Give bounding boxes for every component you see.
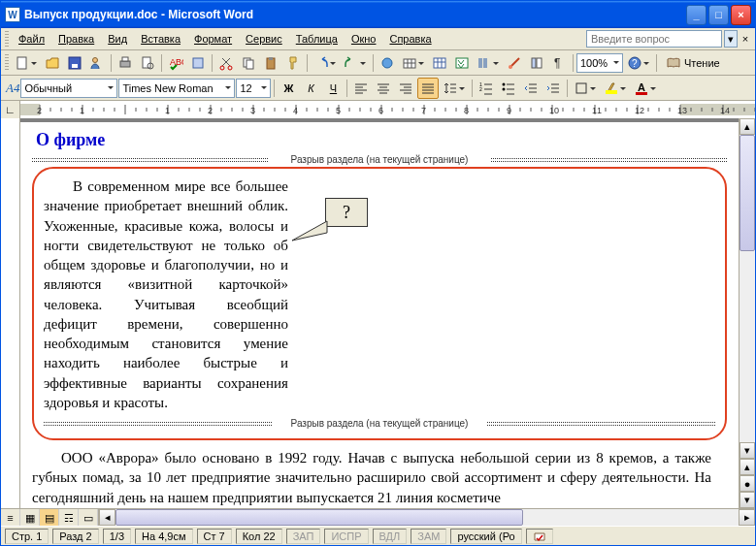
status-position[interactable]: На 4,9см [135, 529, 192, 544]
drawing-toolbar-button[interactable] [504, 52, 525, 74]
print-layout-view-button[interactable]: ▤ [40, 509, 59, 527]
font-color-button[interactable]: A [631, 78, 660, 99]
align-center-button[interactable] [373, 78, 394, 99]
status-line[interactable]: Ст 7 [197, 529, 232, 544]
underline-button[interactable]: Ч [322, 78, 344, 99]
insert-table-button[interactable] [429, 52, 450, 74]
vertical-scrollbar[interactable]: ▴ ▾ ▴ ● ▾ [739, 118, 755, 508]
undo-button[interactable] [311, 52, 340, 74]
menu-help[interactable]: Справка [383, 31, 437, 47]
menu-file[interactable]: Файл [13, 31, 50, 47]
reading-mode-button[interactable]: Чтение [660, 55, 726, 71]
align-left-button[interactable] [350, 78, 372, 99]
status-pagecount[interactable]: 1/3 [103, 529, 131, 544]
svg-text:2: 2 [208, 106, 213, 115]
toolbar-grip[interactable] [5, 54, 9, 72]
status-track[interactable]: ИСПР [324, 529, 368, 544]
status-spellcheck-icon[interactable] [526, 529, 553, 544]
menu-view[interactable]: Вид [102, 31, 133, 47]
help-search-input[interactable] [586, 30, 722, 48]
tables-borders-button[interactable] [399, 52, 428, 74]
decrease-indent-button[interactable] [520, 78, 542, 99]
research-button[interactable] [187, 52, 209, 74]
italic-button[interactable]: К [300, 78, 321, 99]
callout-annotation[interactable]: ? [325, 198, 368, 227]
web-view-button[interactable]: ▦ [20, 509, 40, 527]
vscroll-thumb[interactable] [740, 135, 755, 251]
copy-button[interactable] [238, 52, 259, 74]
vscroll-track[interactable] [740, 135, 755, 442]
browse-object-button[interactable]: ● [740, 475, 755, 492]
status-overtype[interactable]: ЗАМ [411, 529, 446, 544]
font-combo[interactable]: Times New Roman [118, 79, 235, 98]
menu-table[interactable]: Таблица [290, 31, 344, 47]
insert-worksheet-button[interactable] [451, 52, 473, 74]
permission-button[interactable] [86, 52, 108, 74]
scroll-left-button[interactable]: ◂ [99, 509, 115, 526]
hscroll-track[interactable] [115, 509, 739, 526]
doc-map-button[interactable] [526, 52, 547, 74]
styles-pane-button[interactable]: A4 [6, 80, 19, 96]
menu-tools[interactable]: Сервис [240, 31, 288, 47]
align-right-button[interactable] [395, 78, 416, 99]
titlebar[interactable]: W Выпуск продукции.doc - Microsoft Word … [1, 1, 755, 28]
help-button[interactable]: ? [624, 52, 653, 74]
callout-question-icon: ? [325, 198, 368, 227]
maximize-button[interactable]: □ [708, 5, 729, 25]
next-page-button[interactable]: ▾ [740, 492, 755, 508]
status-section[interactable]: Разд 2 [52, 529, 98, 544]
outline-view-button[interactable]: ☶ [59, 509, 79, 527]
redo-button[interactable] [341, 52, 370, 74]
format-painter-button[interactable] [282, 52, 304, 74]
font-size-combo[interactable]: 12 [236, 79, 271, 98]
menu-window[interactable]: Окно [345, 31, 382, 47]
reading-view-button[interactable]: ▭ [79, 509, 98, 527]
bulleted-list-button[interactable] [498, 78, 519, 99]
vertical-ruler[interactable] [1, 118, 20, 508]
status-record[interactable]: ЗАП [286, 529, 321, 544]
minimize-button[interactable]: _ [686, 5, 707, 25]
scroll-down-button[interactable]: ▾ [740, 442, 755, 459]
prev-page-button[interactable]: ▴ [740, 459, 755, 475]
scroll-up-button[interactable]: ▴ [740, 118, 755, 135]
status-page[interactable]: Стр. 1 [5, 529, 49, 544]
page-scroll[interactable]: О фирме Разрыв раздела (на текущей стран… [20, 118, 739, 508]
menu-insert[interactable]: Вставка [135, 31, 186, 47]
scroll-right-button[interactable]: ▸ [739, 509, 755, 526]
spellcheck-button[interactable]: ABC [165, 52, 186, 74]
status-column[interactable]: Кол 22 [236, 529, 282, 544]
align-justify-button[interactable] [417, 78, 439, 99]
print-button[interactable] [115, 52, 136, 74]
highlight-button[interactable] [601, 78, 630, 99]
menubar-grip[interactable] [5, 31, 9, 47]
hscroll-thumb[interactable] [115, 509, 523, 526]
bold-button[interactable]: Ж [278, 78, 299, 99]
numbered-list-button[interactable]: 12 [476, 78, 497, 99]
tab-selector[interactable]: ∟ [1, 101, 20, 118]
paste-button[interactable] [260, 52, 281, 74]
doc-close-button[interactable]: × [740, 33, 751, 45]
normal-view-button[interactable]: ≡ [1, 509, 20, 527]
line-spacing-button[interactable] [440, 78, 469, 99]
save-button[interactable] [64, 52, 85, 74]
status-language[interactable]: русский (Ро [450, 529, 521, 544]
document-page[interactable]: О фирме Разрыв раздела (на текущей стран… [20, 122, 739, 508]
menu-edit[interactable]: Правка [52, 31, 100, 47]
borders-button[interactable] [571, 78, 600, 99]
menu-format[interactable]: Формат [188, 31, 238, 47]
style-combo[interactable]: Обычный [20, 79, 117, 98]
cut-button[interactable] [215, 52, 237, 74]
new-doc-button[interactable] [12, 52, 41, 74]
horizontal-scrollbar[interactable]: ◂ ▸ [99, 509, 755, 526]
columns-button[interactable] [474, 52, 503, 74]
show-formatting-button[interactable]: ¶ [548, 52, 570, 74]
horizontal-ruler[interactable]: 211234567891011121314 [20, 101, 755, 118]
help-search-dropdown[interactable]: ▾ [724, 30, 738, 48]
open-button[interactable] [42, 52, 63, 74]
status-extend[interactable]: ВДЛ [373, 529, 408, 544]
close-button[interactable]: × [731, 5, 751, 25]
hyperlink-button[interactable] [377, 52, 398, 74]
print-preview-button[interactable] [137, 52, 158, 74]
increase-indent-button[interactable] [542, 78, 564, 99]
zoom-combo[interactable]: 100% [576, 53, 623, 73]
